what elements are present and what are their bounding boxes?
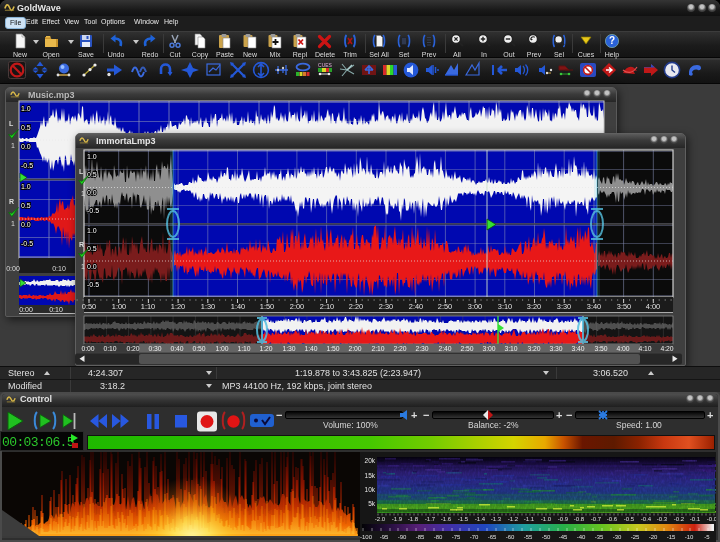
svg-text:2:40: 2:40 <box>409 302 423 311</box>
svg-text:0.0: 0.0 <box>87 189 97 196</box>
svg-text:3:40: 3:40 <box>571 345 584 352</box>
svg-text:-100: -100 <box>360 534 373 540</box>
svg-text:0.5: 0.5 <box>21 124 31 131</box>
svg-text:-55: -55 <box>524 534 533 540</box>
svg-text:1:50: 1:50 <box>326 345 339 352</box>
svg-text:-0.4: -0.4 <box>641 516 652 522</box>
svg-text:1.0: 1.0 <box>21 105 31 112</box>
svg-text:1:20: 1:20 <box>259 345 272 352</box>
svg-text:20k: 20k <box>365 457 376 464</box>
svg-text:3:10: 3:10 <box>498 302 512 311</box>
svg-text:-0.3: -0.3 <box>657 516 668 522</box>
svg-text:0:00: 0:00 <box>81 345 94 352</box>
svg-text:3:40: 3:40 <box>587 302 601 311</box>
svg-text:3:20: 3:20 <box>527 302 541 311</box>
svg-text:3:00: 3:00 <box>482 345 495 352</box>
svg-text:1.0: 1.0 <box>87 153 97 160</box>
svg-text:3:00: 3:00 <box>468 302 482 311</box>
svg-text:1:40: 1:40 <box>231 302 245 311</box>
svg-text:2:50: 2:50 <box>438 302 452 311</box>
svg-text:1:00: 1:00 <box>112 302 126 311</box>
svg-text:1.0: 1.0 <box>87 227 97 234</box>
svg-text:1:10: 1:10 <box>237 345 250 352</box>
svg-text:1:30: 1:30 <box>282 345 295 352</box>
svg-text:-0.5: -0.5 <box>21 240 33 247</box>
svg-text:2:40: 2:40 <box>438 345 451 352</box>
svg-text:-30: -30 <box>613 534 622 540</box>
svg-text:-0.5: -0.5 <box>624 516 635 522</box>
svg-text:0.0: 0.0 <box>21 143 31 150</box>
svg-text:1.0: 1.0 <box>21 183 31 190</box>
svg-text:-0.9: -0.9 <box>558 516 569 522</box>
svg-text:-50: -50 <box>542 534 551 540</box>
svg-text:3:10: 3:10 <box>504 345 517 352</box>
svg-text:2:30: 2:30 <box>415 345 428 352</box>
svg-text:15k: 15k <box>365 472 376 479</box>
svg-text:-0.5: -0.5 <box>21 162 33 169</box>
svg-text:-1.6: -1.6 <box>441 516 452 522</box>
svg-text:-40: -40 <box>577 534 586 540</box>
svg-text:0:10: 0:10 <box>103 345 116 352</box>
svg-text:-45: -45 <box>559 534 568 540</box>
svg-text:4:00: 4:00 <box>616 345 629 352</box>
svg-text:-2.0: -2.0 <box>375 516 386 522</box>
svg-text:-1.2: -1.2 <box>508 516 519 522</box>
svg-text:-10: -10 <box>685 534 694 540</box>
svg-text:1:20: 1:20 <box>171 302 185 311</box>
svg-text:-35: -35 <box>595 534 604 540</box>
svg-text:2:20: 2:20 <box>393 345 406 352</box>
svg-text:4:10: 4:10 <box>638 345 651 352</box>
svg-text:1:00: 1:00 <box>215 345 228 352</box>
svg-text:0:50: 0:50 <box>82 302 96 311</box>
svg-text:3:50: 3:50 <box>594 345 607 352</box>
svg-text:1:10: 1:10 <box>141 302 155 311</box>
svg-text:0:30: 0:30 <box>148 345 161 352</box>
svg-text:-5: -5 <box>704 534 710 540</box>
svg-text:-0.8: -0.8 <box>574 516 585 522</box>
svg-text:0:00: 0:00 <box>6 265 20 272</box>
svg-text:-0.1: -0.1 <box>690 516 701 522</box>
svg-text:3:30: 3:30 <box>557 302 571 311</box>
svg-text:2:10: 2:10 <box>320 302 334 311</box>
svg-text:-0.5: -0.5 <box>87 207 99 214</box>
svg-text:-0.0: -0.0 <box>707 516 716 522</box>
svg-text:3:20: 3:20 <box>527 345 540 352</box>
svg-text:-0.2: -0.2 <box>674 516 685 522</box>
svg-text:0:40: 0:40 <box>170 345 183 352</box>
svg-text:2:10: 2:10 <box>371 345 384 352</box>
svg-text:2:20: 2:20 <box>349 302 363 311</box>
svg-text:-20: -20 <box>649 534 658 540</box>
svg-text:2:50: 2:50 <box>460 345 473 352</box>
svg-text:-15: -15 <box>667 534 676 540</box>
svg-text:?: ? <box>609 35 615 46</box>
svg-text:2:00: 2:00 <box>348 345 361 352</box>
svg-text:-65: -65 <box>488 534 497 540</box>
svg-text:-1.7: -1.7 <box>425 516 436 522</box>
svg-text:-1.8: -1.8 <box>408 516 419 522</box>
svg-text:-0.6: -0.6 <box>607 516 618 522</box>
svg-text:-25: -25 <box>631 534 640 540</box>
svg-text:-1.9: -1.9 <box>392 516 403 522</box>
svg-text:3:50: 3:50 <box>617 302 631 311</box>
svg-text:-75: -75 <box>452 534 461 540</box>
svg-text:0.0: 0.0 <box>21 221 31 228</box>
svg-text:10k: 10k <box>365 486 376 493</box>
svg-text:-80: -80 <box>434 534 443 540</box>
svg-text:2:00: 2:00 <box>290 302 304 311</box>
svg-text:2:30: 2:30 <box>379 302 393 311</box>
svg-text:1:30: 1:30 <box>201 302 215 311</box>
svg-text:-1.1: -1.1 <box>524 516 535 522</box>
svg-text:4:20: 4:20 <box>660 345 673 352</box>
svg-text:-0.5: -0.5 <box>87 281 99 288</box>
svg-text:4:00: 4:00 <box>646 302 660 311</box>
svg-text:-95: -95 <box>380 534 389 540</box>
svg-text:-1.0: -1.0 <box>541 516 552 522</box>
svg-text:0:50: 0:50 <box>192 345 205 352</box>
svg-text:-85: -85 <box>416 534 425 540</box>
svg-text:CUES: CUES <box>318 62 333 68</box>
svg-text:-90: -90 <box>398 534 407 540</box>
svg-text:-1.3: -1.3 <box>491 516 502 522</box>
svg-text:0:10: 0:10 <box>49 306 63 313</box>
svg-text:-60: -60 <box>506 534 515 540</box>
svg-text:1:40: 1:40 <box>304 345 317 352</box>
